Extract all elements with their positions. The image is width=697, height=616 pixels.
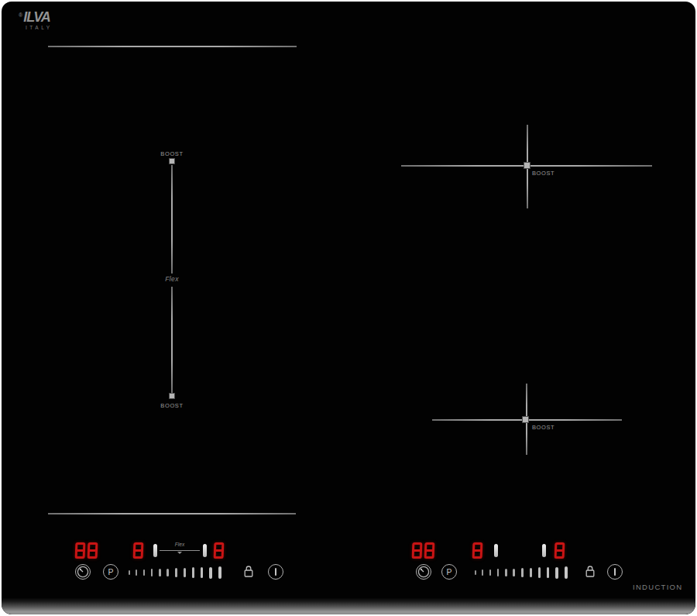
left-timer-display — [75, 542, 98, 559]
left-zone-a-select-marker — [153, 544, 157, 557]
flex-bridge-arrow-icon — [177, 552, 182, 554]
power-level-tick[interactable] — [209, 567, 212, 579]
lock-icon — [243, 564, 254, 579]
seven-segment-digit — [214, 542, 225, 559]
pause-button-label: P — [108, 568, 113, 576]
power-level-tick[interactable] — [489, 570, 491, 576]
power-level-tick[interactable] — [530, 568, 532, 577]
flex-zone-top-edge-line — [48, 46, 297, 47]
brand-logo: ® ILVA ITALY — [19, 10, 53, 30]
left-pause-button[interactable]: P — [103, 564, 118, 580]
power-icon — [614, 568, 616, 576]
right-zone-a-display — [472, 542, 482, 559]
brand-name: ILVA — [23, 10, 50, 25]
power-level-tick[interactable] — [497, 569, 499, 576]
power-level-tick[interactable] — [555, 567, 558, 579]
flex-bridge-label: Flex — [160, 542, 200, 548]
left-zone-a-display — [133, 542, 143, 559]
flex-bridge-line — [160, 550, 200, 551]
right-timer-display — [412, 542, 434, 559]
power-level-tick[interactable] — [192, 567, 194, 577]
right-power-button[interactable] — [607, 564, 623, 580]
left-lock-button[interactable] — [243, 564, 254, 579]
power-level-tick[interactable] — [475, 570, 476, 576]
seven-segment-digit — [472, 542, 483, 559]
power-level-tick[interactable] — [151, 569, 153, 576]
induction-hob-surface: ® ILVA ITALY BOOST Flex BOOST BOOST BOOS… — [2, 2, 695, 614]
flex-zone-boost-top-label: BOOST — [153, 150, 191, 157]
left-zone-b-select-marker — [203, 544, 207, 557]
right-power-slider[interactable] — [475, 566, 568, 580]
power-level-tick[interactable] — [175, 568, 177, 577]
right-lock-button[interactable] — [585, 564, 596, 579]
brand-country: ITALY — [26, 25, 53, 30]
power-icon — [275, 568, 276, 576]
power-level-tick[interactable] — [159, 569, 160, 576]
power-level-tick[interactable] — [184, 568, 186, 577]
zone-top-right-center-marker — [524, 162, 530, 169]
lock-icon — [585, 564, 596, 579]
power-level-tick[interactable] — [547, 567, 550, 578]
left-zone-b-display — [214, 542, 224, 559]
seven-segment-digit — [412, 542, 423, 559]
registered-mark-icon: ® — [19, 12, 22, 18]
power-level-tick[interactable] — [136, 570, 137, 575]
power-level-tick[interactable] — [521, 568, 524, 577]
flex-zone-boost-top-marker — [169, 158, 175, 164]
timer-icon — [417, 566, 430, 578]
left-power-button[interactable] — [268, 564, 283, 580]
flex-zone-center-line-upper — [171, 165, 173, 274]
zone-bottom-right-boost-label: BOOST — [532, 424, 555, 431]
left-timer-button[interactable] — [75, 564, 91, 580]
flex-zone-center-line-lower — [171, 287, 173, 393]
seven-segment-digit — [75, 542, 86, 559]
right-timer-button[interactable] — [416, 564, 431, 580]
power-level-tick[interactable] — [513, 569, 515, 577]
zone-bottom-right-center-marker — [522, 416, 529, 423]
right-zone-a-select-marker — [494, 544, 498, 557]
power-level-tick[interactable] — [201, 567, 204, 578]
right-zone-b-select-marker — [542, 544, 546, 557]
power-level-tick[interactable] — [565, 566, 568, 579]
right-pause-button[interactable]: P — [441, 564, 457, 580]
seven-segment-digit — [133, 542, 144, 559]
pause-button-label: P — [446, 568, 452, 576]
power-level-tick[interactable] — [482, 570, 483, 575]
power-level-tick[interactable] — [129, 570, 130, 576]
flex-zone-bottom-edge-line — [48, 513, 296, 514]
power-level-tick[interactable] — [505, 569, 506, 576]
power-level-tick[interactable] — [538, 567, 541, 577]
flex-zone-label: Flex — [153, 275, 191, 283]
power-level-tick[interactable] — [143, 570, 145, 576]
flex-zone-boost-bottom-marker — [169, 393, 175, 399]
seven-segment-digit — [424, 542, 435, 559]
zone-top-right-boost-label: BOOST — [532, 170, 555, 177]
seven-segment-digit — [88, 542, 98, 559]
seven-segment-digit — [555, 542, 565, 559]
timer-icon — [77, 566, 89, 578]
flex-bridge-indicator: Flex — [160, 542, 200, 554]
product-image: ® ILVA ITALY BOOST Flex BOOST BOOST BOOS… — [0, 0, 697, 616]
power-level-tick[interactable] — [167, 569, 169, 577]
hob-front-edge — [2, 597, 695, 614]
induction-label: INDUCTION — [633, 583, 682, 591]
left-power-slider[interactable] — [129, 566, 221, 580]
power-level-tick[interactable] — [218, 566, 221, 579]
right-zone-b-display — [555, 542, 565, 559]
flex-zone-boost-bottom-label: BOOST — [153, 402, 191, 409]
